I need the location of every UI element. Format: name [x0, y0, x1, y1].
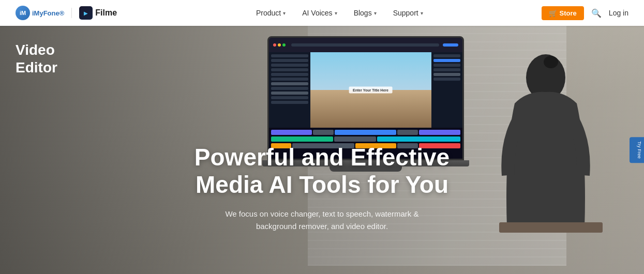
hero-headline-line1: Powerful and Effective [194, 144, 450, 171]
hero-video-editor-label: Video Editor [16, 41, 57, 76]
hero-section: Video Editor [0, 26, 644, 274]
hero-content: Powerful and Effective Media AI Tools fo… [0, 144, 644, 233]
hero-subtext: We focus on voice changer, text to speec… [224, 208, 421, 233]
nav-menu: Product ▾ AI Voices ▾ Blogs ▾ Support ▾ [138, 0, 542, 26]
nav-product-label: Product [256, 9, 281, 17]
side-try-free-badge[interactable]: Try Free [630, 137, 644, 163]
login-label: Log in [609, 9, 628, 17]
blogs-chevron-icon: ▾ [374, 10, 377, 16]
navbar: iM iMyFone® ▶ Filme Product ▾ AI Voices … [0, 0, 644, 26]
search-button[interactable]: 🔍 [591, 8, 602, 18]
filme-logo-icon: ▶ [79, 6, 93, 20]
filme-text: Filme [95, 8, 117, 18]
timeline-track-1 [271, 130, 460, 135]
imyfone-text: iMyFone® [32, 9, 64, 17]
navbar-actions: 🛒 Store 🔍 Log in [542, 6, 628, 20]
screen-content: Enter Your Title Here [269, 38, 462, 159]
nav-blogs-label: Blogs [354, 9, 372, 17]
support-chevron-icon: ▾ [421, 10, 423, 16]
video-label-line1: Video [16, 41, 57, 59]
store-button[interactable]: 🛒 Store [542, 6, 584, 20]
side-badge-text: Try Free [637, 141, 642, 159]
laptop-screen: Enter Your Title Here [267, 36, 464, 160]
store-label: Store [560, 9, 577, 17]
svg-point-1 [544, 56, 558, 68]
login-button[interactable]: Log in [609, 9, 628, 17]
search-icon: 🔍 [591, 9, 602, 18]
nav-item-support[interactable]: Support ▾ [385, 0, 431, 26]
brand-logo[interactable]: iM iMyFone® ▶ Filme [16, 6, 117, 20]
timeline-track-2 [271, 136, 460, 142]
nav-support-label: Support [393, 9, 418, 17]
expand-dot [282, 43, 286, 47]
video-label-line2: Editor [16, 59, 57, 77]
screen-canvas: Enter Your Title Here [310, 52, 431, 128]
screen-sidebar-left [269, 52, 310, 128]
ai-voices-chevron-icon: ▾ [335, 10, 337, 16]
imyfone-logo-icon: iM [16, 6, 30, 20]
imyfone-brand: iM iMyFone® [16, 6, 64, 20]
filme-brand: ▶ Filme [79, 6, 117, 20]
store-cart-icon: 🛒 [549, 9, 557, 17]
close-dot [273, 43, 276, 47]
nav-item-blogs[interactable]: Blogs ▾ [346, 0, 385, 26]
screen-sidebar-right [431, 52, 462, 128]
minimize-dot [278, 43, 281, 47]
product-chevron-icon: ▾ [283, 10, 286, 16]
screen-toolbar [269, 38, 462, 52]
nav-ai-voices-label: AI Voices [302, 9, 332, 17]
hero-headline: Powerful and Effective Media AI Tools fo… [10, 144, 634, 199]
screen-title-text: Enter Your Title Here [349, 87, 393, 94]
brand-divider [71, 8, 72, 18]
canvas-scene: Enter Your Title Here [310, 52, 431, 128]
hero-headline-line2: Media AI Tools for You [196, 171, 448, 198]
screen-main: Enter Your Title Here [269, 52, 462, 128]
nav-item-ai-voices[interactable]: AI Voices ▾ [294, 0, 345, 26]
nav-item-product[interactable]: Product ▾ [248, 0, 294, 26]
